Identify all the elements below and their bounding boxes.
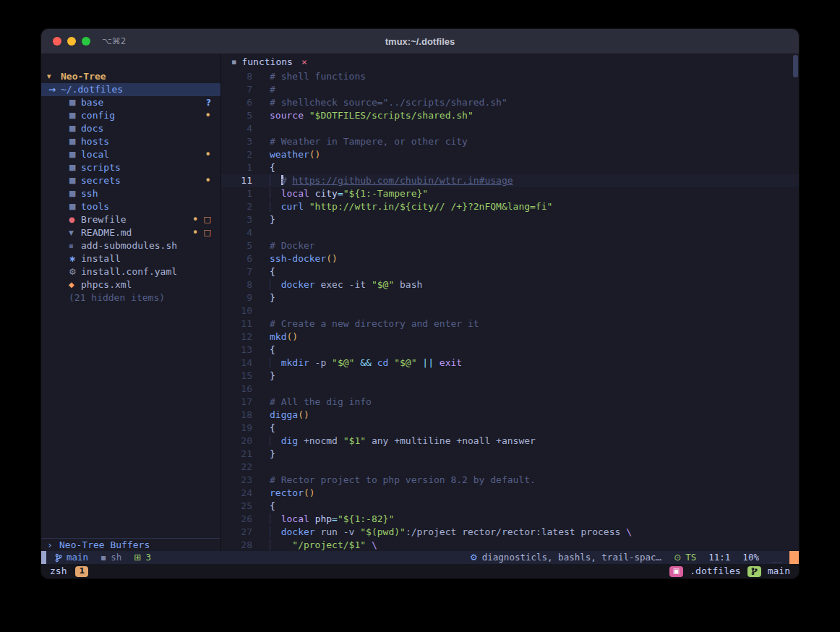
tmux-git-branch: main — [768, 564, 790, 578]
code-line[interactable]: 17# All the dig info — [221, 396, 799, 409]
code-line[interactable]: 16 — [221, 383, 799, 396]
tree-item-config[interactable]: ■config• — [41, 109, 220, 122]
tree-item-21-hidden-items[interactable]: (21 hidden items) — [41, 291, 220, 304]
code-line[interactable]: 20▏ dig +nocmd "$1" any +multiline +noal… — [221, 435, 799, 448]
code-line[interactable]: 18digga() — [221, 409, 799, 422]
code-line[interactable]: 19{ — [221, 422, 799, 435]
line-number: 24 — [221, 487, 270, 500]
code-line[interactable]: 26▏ local php="${1:-82}" — [221, 513, 799, 526]
tmux-window-index-badge: 1 — [75, 566, 88, 577]
code-line[interactable]: 3} — [221, 213, 799, 226]
code-line[interactable]: 5source "$DOTFILES/scripts/shared.sh" — [221, 109, 799, 122]
line-number: 27 — [221, 526, 270, 539]
tree-item-install-conf-yaml[interactable]: ⚙install.conf.yaml — [41, 265, 220, 278]
code-text: { — [270, 265, 275, 278]
code-line[interactable]: 4 — [221, 226, 799, 239]
install-icon: ∗ — [69, 252, 81, 265]
code-line[interactable]: 24rector() — [221, 487, 799, 500]
tree-item-secrets[interactable]: ■secrets• — [41, 174, 220, 187]
code-line[interactable]: 9} — [221, 291, 799, 304]
tree-item-scripts[interactable]: ■scripts — [41, 161, 220, 174]
tmux-statusbar: zsh 1 ▣ .dotfiles main — [41, 564, 799, 578]
code-line[interactable]: 1▏ local city="${1:-Tampere}" — [221, 187, 799, 200]
code-line[interactable]: 1{ — [221, 161, 799, 174]
tree-item-readme-md[interactable]: ▼README.md•□ — [41, 226, 220, 239]
tree-item-base[interactable]: ■base? — [41, 96, 220, 109]
code-text: # Rector project to php version 8.2 by d… — [270, 474, 536, 487]
folder-icon: ■ — [69, 109, 81, 122]
code-line[interactable]: 6ssh-docker() — [221, 252, 799, 265]
code-line[interactable]: 14▏ mkdir -p "$@" && cd "$@" || exit — [221, 356, 799, 370]
line-number: 26 — [221, 513, 270, 526]
code-line[interactable]: 21} — [221, 448, 799, 461]
tree-item-phpcs-xml[interactable]: ◆phpcs.xml — [41, 278, 220, 291]
git-branch-icon — [747, 566, 761, 577]
tree-item-brewfile[interactable]: ●Brewfile•□ — [41, 213, 220, 226]
folder-icon: ■ — [69, 122, 81, 135]
tree-item-install[interactable]: ∗install — [41, 252, 220, 265]
line-number: 9 — [221, 291, 270, 304]
line-number: 7 — [221, 265, 270, 278]
code-line[interactable]: 8# shell functions — [221, 70, 799, 83]
code-line[interactable]: 6# shellcheck source="../scripts/shared.… — [221, 96, 799, 109]
tree-item-local[interactable]: ■local• — [41, 148, 220, 161]
neo-tree-header[interactable]: ▾Neo-Tree — [41, 70, 220, 83]
line-number: 11 — [221, 174, 270, 187]
close-tab-icon[interactable]: × — [301, 54, 307, 70]
tree-item-hosts[interactable]: ■hosts — [41, 135, 220, 148]
tmux-window-item[interactable]: zsh 1 — [50, 564, 88, 578]
code-line[interactable]: 15} — [221, 370, 799, 383]
code-line[interactable]: 2▏ curl "http://wttr.in/${city// /+}?2nF… — [221, 200, 799, 213]
close-button[interactable] — [53, 37, 61, 46]
line-number: 14 — [221, 356, 270, 370]
line-number: 23 — [221, 474, 270, 487]
tree-item-docs[interactable]: ■docs — [41, 122, 220, 135]
code-text: ▏ "/project/$1" \ — [270, 539, 377, 551]
code-text: ▏ docker exec -it "$@" bash — [270, 278, 422, 291]
code-line[interactable]: 7{ — [221, 265, 799, 278]
code-line[interactable]: 11▏ # https://github.com/chubin/wttr.in#… — [221, 174, 799, 187]
minimize-button[interactable] — [67, 37, 76, 46]
code-text: } — [270, 213, 275, 226]
tree-item-label: phpcs.xml — [81, 278, 132, 291]
code-line[interactable]: 10 — [221, 304, 799, 317]
tree-item-label: config — [81, 109, 115, 122]
code-line[interactable]: 23# Rector project to php version 8.2 by… — [221, 474, 799, 487]
code-area[interactable]: 8# shell functions7#6# shellcheck source… — [221, 70, 799, 551]
tree-item-tools[interactable]: ■tools — [41, 200, 220, 213]
markdown-icon: ▼ — [69, 226, 81, 239]
code-line[interactable]: 12mkd() — [221, 330, 799, 343]
line-number: 17 — [221, 396, 270, 409]
code-line[interactable]: 28▏ "/project/$1" \ — [221, 539, 799, 551]
code-line[interactable]: 4 — [221, 122, 799, 135]
tree-item-ssh[interactable]: ■ssh — [41, 187, 220, 200]
code-line[interactable]: 7# — [221, 83, 799, 96]
tree-item-dotfiles[interactable]: →~/.dotfiles — [41, 83, 220, 96]
tree-item-add-submodules-sh[interactable]: ▪add-submodules.sh — [41, 239, 220, 252]
code-line[interactable]: 25{ — [221, 500, 799, 513]
filetype-icon: ▪ — [100, 551, 106, 564]
neo-tree-buffers-section[interactable]: › Neo-Tree Buffers — [41, 538, 220, 551]
code-line[interactable]: 2weather() — [221, 148, 799, 161]
tab-functions[interactable]: ▪ functions × — [231, 54, 307, 70]
line-number: 15 — [221, 370, 270, 383]
git-modified-badge: • — [205, 109, 211, 122]
git-status-badges: • — [205, 148, 220, 161]
code-line[interactable]: 13{ — [221, 343, 799, 356]
code-line[interactable]: 22 — [221, 461, 799, 474]
code-text: ▏ mkdir -p "$@" && cd "$@" || exit — [270, 356, 462, 370]
line-number: 16 — [221, 383, 270, 396]
code-line[interactable]: 11# Create a new directory and enter it — [221, 317, 799, 330]
code-line[interactable]: 3# Weather in Tampere, or other city — [221, 135, 799, 148]
code-text: source "$DOTFILES/scripts/shared.sh" — [270, 109, 473, 122]
tree-item-label: tools — [81, 200, 109, 213]
session-icon: ▣ — [669, 566, 683, 577]
scrollbar-thumb[interactable] — [793, 55, 798, 77]
code-text: # — [270, 83, 275, 96]
code-line[interactable]: 5# Docker — [221, 239, 799, 252]
zoom-button[interactable] — [82, 37, 90, 46]
line-number: 4 — [221, 226, 270, 239]
code-line[interactable]: 8▏ docker exec -it "$@" bash — [221, 278, 799, 291]
code-text: # Docker — [270, 239, 315, 252]
code-line[interactable]: 27▏ docker run -v "$(pwd)":/project rect… — [221, 526, 799, 539]
